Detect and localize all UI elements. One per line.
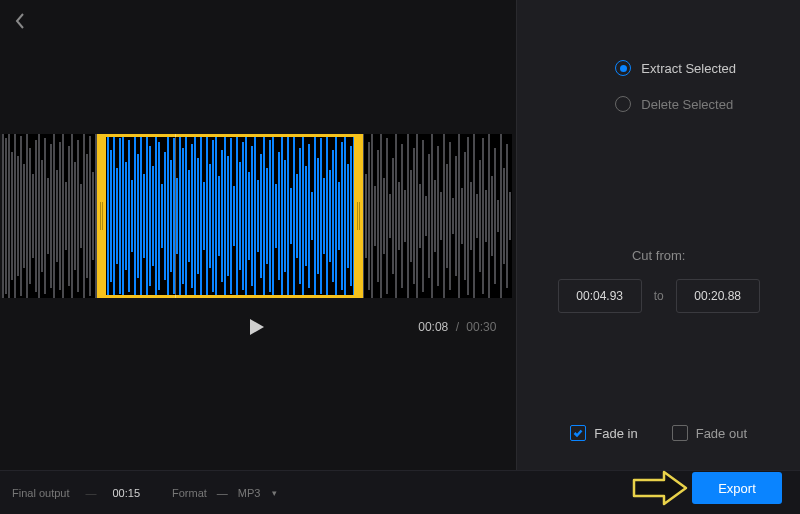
svg-rect-148 xyxy=(305,166,307,266)
svg-rect-36 xyxy=(374,186,376,246)
svg-rect-110 xyxy=(191,144,193,288)
svg-rect-10 xyxy=(32,174,34,258)
svg-rect-115 xyxy=(206,134,208,298)
playhead[interactable] xyxy=(175,134,176,298)
svg-rect-93 xyxy=(140,136,142,296)
svg-rect-98 xyxy=(155,134,157,298)
selection-handle-left[interactable] xyxy=(97,134,106,298)
radio-delete-selected[interactable]: Delete Selected xyxy=(615,96,800,112)
svg-rect-132 xyxy=(257,180,259,252)
svg-rect-15 xyxy=(47,178,49,254)
svg-rect-11 xyxy=(35,140,37,292)
svg-rect-123 xyxy=(230,138,232,294)
svg-rect-2 xyxy=(8,134,10,298)
radio-extract-label: Extract Selected xyxy=(641,61,736,76)
svg-rect-62 xyxy=(452,198,454,234)
svg-rect-43 xyxy=(395,134,397,298)
svg-rect-120 xyxy=(221,150,223,282)
svg-rect-79 xyxy=(503,168,505,264)
svg-rect-16 xyxy=(50,144,52,288)
svg-rect-57 xyxy=(437,146,439,286)
svg-rect-107 xyxy=(182,148,184,284)
svg-rect-112 xyxy=(197,158,199,274)
waveform-background xyxy=(2,134,512,298)
svg-rect-6 xyxy=(20,136,22,296)
svg-rect-91 xyxy=(134,134,136,298)
back-button[interactable] xyxy=(14,12,26,34)
final-output-info: Final output — 00:15 xyxy=(12,487,140,499)
svg-rect-89 xyxy=(128,140,130,292)
svg-rect-28 xyxy=(86,154,88,278)
svg-rect-106 xyxy=(179,134,181,298)
svg-rect-97 xyxy=(152,166,154,266)
svg-rect-21 xyxy=(65,182,67,250)
svg-rect-14 xyxy=(44,138,46,294)
play-button[interactable] xyxy=(245,316,267,342)
svg-rect-151 xyxy=(314,134,316,298)
svg-rect-80 xyxy=(506,144,508,288)
checkbox-icon xyxy=(672,425,688,441)
svg-rect-53 xyxy=(425,196,427,236)
chevron-down-icon: ▾ xyxy=(272,488,277,498)
svg-rect-64 xyxy=(458,134,460,298)
svg-rect-37 xyxy=(377,150,379,282)
checkbox-fade-in[interactable]: Fade in xyxy=(570,425,637,441)
svg-rect-71 xyxy=(479,160,481,272)
svg-rect-44 xyxy=(398,182,400,250)
svg-rect-34 xyxy=(368,142,370,290)
svg-rect-74 xyxy=(488,134,490,298)
svg-rect-65 xyxy=(461,188,463,244)
svg-rect-143 xyxy=(290,188,292,244)
radio-extract-selected[interactable]: Extract Selected xyxy=(615,60,800,76)
svg-rect-118 xyxy=(215,134,217,298)
svg-rect-149 xyxy=(308,144,310,288)
svg-rect-160 xyxy=(341,142,343,290)
cut-to-input[interactable]: 00:20.88 xyxy=(676,279,760,313)
svg-rect-35 xyxy=(371,134,373,298)
cut-from-input[interactable]: 00:04.93 xyxy=(558,279,642,313)
svg-rect-163 xyxy=(350,146,352,286)
svg-rect-100 xyxy=(161,184,163,248)
time-total: 00:30 xyxy=(466,320,496,334)
svg-rect-133 xyxy=(260,154,262,278)
svg-rect-66 xyxy=(464,152,466,280)
svg-rect-24 xyxy=(74,162,76,270)
svg-rect-25 xyxy=(77,140,79,292)
svg-rect-95 xyxy=(146,134,148,298)
svg-rect-22 xyxy=(68,146,70,286)
selection-handle-right[interactable] xyxy=(354,134,363,298)
cut-from-label: Cut from: xyxy=(517,248,800,263)
time-current: 00:08 xyxy=(418,320,448,334)
waveform-area[interactable] xyxy=(2,134,512,298)
svg-rect-145 xyxy=(296,174,298,258)
svg-rect-154 xyxy=(323,178,325,254)
export-button[interactable]: Export xyxy=(692,472,782,504)
svg-rect-49 xyxy=(413,148,415,284)
svg-rect-140 xyxy=(281,134,283,298)
svg-rect-94 xyxy=(143,174,145,258)
checkbox-fade-out[interactable]: Fade out xyxy=(672,425,747,441)
svg-rect-116 xyxy=(209,164,211,268)
svg-rect-12 xyxy=(38,134,40,298)
svg-rect-134 xyxy=(263,134,265,298)
svg-rect-1 xyxy=(5,138,7,294)
svg-rect-18 xyxy=(56,170,58,262)
svg-rect-0 xyxy=(2,134,4,298)
svg-rect-52 xyxy=(422,140,424,292)
svg-rect-72 xyxy=(482,138,484,294)
svg-rect-124 xyxy=(233,186,235,246)
svg-rect-87 xyxy=(122,134,124,298)
svg-rect-4 xyxy=(14,134,16,298)
svg-rect-136 xyxy=(269,140,271,292)
settings-panel: Extract Selected Delete Selected Cut fro… xyxy=(516,0,800,471)
svg-rect-158 xyxy=(335,134,337,298)
format-selector[interactable]: Format — MP3 ▾ xyxy=(172,487,277,499)
format-label: Format xyxy=(172,487,207,499)
svg-rect-155 xyxy=(326,134,328,298)
final-output-label: Final output xyxy=(12,487,69,499)
svg-rect-84 xyxy=(113,134,115,298)
svg-rect-142 xyxy=(287,136,289,296)
svg-rect-102 xyxy=(167,134,169,298)
svg-rect-141 xyxy=(284,160,286,272)
svg-rect-59 xyxy=(443,134,445,298)
